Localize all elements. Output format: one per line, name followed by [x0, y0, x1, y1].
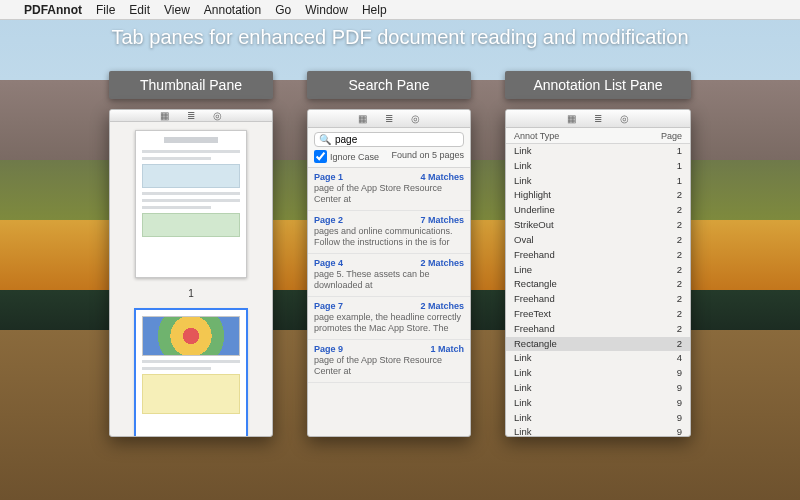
search-box[interactable]: 🔍	[314, 132, 464, 147]
annotation-row[interactable]: FreeText2	[506, 307, 690, 322]
annotation-row[interactable]: Link1	[506, 174, 690, 189]
search-results: Page 14 Matches page of the App Store Re…	[308, 168, 470, 436]
menu-view[interactable]: View	[164, 3, 190, 17]
annotation-page: 9	[677, 382, 682, 395]
annotation-page: 2	[677, 308, 682, 321]
annotation-row[interactable]: Rectangle2	[506, 277, 690, 292]
annotation-page: 2	[677, 219, 682, 232]
menubar: PDFAnnot File Edit View Annotation Go Wi…	[0, 0, 800, 20]
search-header: 🔍 Ignore Case Found on 5 pages	[308, 128, 470, 168]
annotation-type: FreeText	[514, 308, 551, 321]
menu-edit[interactable]: Edit	[129, 3, 150, 17]
list-icon[interactable]: ≣	[385, 113, 393, 124]
ignore-case-label: Ignore Case	[330, 152, 379, 162]
result-snippet: page of the App Store Resource Center at…	[314, 183, 464, 205]
annotation-type: Highlight	[514, 189, 551, 202]
app-name[interactable]: PDFAnnot	[24, 3, 82, 17]
search-result[interactable]: Page 72 Matches page example, the headli…	[308, 297, 470, 340]
thumbnail-pane-toolbar: ▦ ≣ ◎	[110, 110, 272, 122]
annotation-type: Freehand	[514, 249, 555, 262]
col-page[interactable]: Page	[661, 131, 682, 141]
list-icon[interactable]: ≣	[594, 113, 602, 124]
annotation-type: Line	[514, 264, 532, 277]
annotation-row[interactable]: Oval2	[506, 233, 690, 248]
grid-icon[interactable]: ▦	[358, 113, 367, 124]
annotation-rows: Link1Link1Link1Highlight2Underline2Strik…	[506, 144, 690, 436]
annotation-page: 2	[677, 323, 682, 336]
annotation-table-header: Annot Type Page	[506, 128, 690, 144]
result-page: Page 1	[314, 172, 343, 182]
search-result[interactable]: Page 27 Matches pages and online communi…	[308, 211, 470, 254]
result-count: 1 Match	[430, 344, 464, 354]
search-column: Search Pane ▦ ≣ ◎ 🔍 Ignore Case	[307, 71, 471, 437]
annotation-type: Link	[514, 367, 531, 380]
result-page: Page 7	[314, 301, 343, 311]
annotation-page: 2	[677, 204, 682, 217]
target-icon[interactable]: ◎	[411, 113, 420, 124]
annotation-row[interactable]: Link9	[506, 411, 690, 426]
list-icon[interactable]: ≣	[187, 110, 195, 121]
search-icon: 🔍	[319, 134, 331, 145]
thumbnail-page-2[interactable]	[135, 309, 247, 437]
annotation-pane: ▦ ≣ ◎ Annot Type Page Link1Link1Link1Hig…	[505, 109, 691, 437]
target-icon[interactable]: ◎	[620, 113, 629, 124]
thumbnail-page-1[interactable]	[135, 130, 247, 278]
annotation-type: Link	[514, 160, 531, 173]
annotation-row[interactable]: Link4	[506, 351, 690, 366]
annotation-row[interactable]: Link1	[506, 159, 690, 174]
annotation-page: 2	[677, 338, 682, 351]
annotation-type: Underline	[514, 204, 555, 217]
annotation-type: Freehand	[514, 323, 555, 336]
desktop: PDFAnnot File Edit View Annotation Go Wi…	[0, 0, 800, 500]
menu-annotation[interactable]: Annotation	[204, 3, 261, 17]
thumbnail-list: 1 2	[110, 122, 272, 437]
annotation-row[interactable]: Rectangle2	[506, 337, 690, 352]
annotation-page: 9	[677, 412, 682, 425]
result-snippet: page example, the headline correctly pro…	[314, 312, 464, 334]
annotation-page: 1	[677, 160, 682, 173]
annotation-row[interactable]: Link9	[506, 366, 690, 381]
annotation-page: 2	[677, 234, 682, 247]
search-input[interactable]	[335, 134, 462, 145]
menu-window[interactable]: Window	[305, 3, 348, 17]
menu-help[interactable]: Help	[362, 3, 387, 17]
ignore-case-checkbox[interactable]	[314, 150, 327, 163]
annotation-page: 2	[677, 278, 682, 291]
grid-icon[interactable]: ▦	[567, 113, 576, 124]
grid-icon[interactable]: ▦	[160, 110, 169, 121]
thumbnail-pane-label: Thumbnail Pane	[109, 71, 273, 99]
menu-go[interactable]: Go	[275, 3, 291, 17]
annotation-row[interactable]: Freehand2	[506, 322, 690, 337]
result-page: Page 4	[314, 258, 343, 268]
search-result[interactable]: Page 91 Match page of the App Store Reso…	[308, 340, 470, 383]
result-snippet: pages and online communications. Follow …	[314, 226, 464, 248]
annotation-pane-toolbar: ▦ ≣ ◎	[506, 110, 690, 128]
search-result[interactable]: Page 14 Matches page of the App Store Re…	[308, 168, 470, 211]
annotation-type: Link	[514, 382, 531, 395]
annotation-type: Rectangle	[514, 338, 557, 351]
annotation-page: 4	[677, 352, 682, 365]
search-result[interactable]: Page 42 Matches page 5. These assets can…	[308, 254, 470, 297]
annotation-row[interactable]: Line2	[506, 263, 690, 278]
annotation-row[interactable]: Link9	[506, 425, 690, 436]
result-count: 2 Matches	[420, 301, 464, 311]
result-count: 4 Matches	[420, 172, 464, 182]
annotation-row[interactable]: Link9	[506, 381, 690, 396]
annotation-row[interactable]: Link1	[506, 144, 690, 159]
annotation-type: Link	[514, 145, 531, 158]
target-icon[interactable]: ◎	[213, 110, 222, 121]
annotation-row[interactable]: StrikeOut2	[506, 218, 690, 233]
annotation-row[interactable]: Freehand2	[506, 292, 690, 307]
result-snippet: page of the App Store Resource Center at…	[314, 355, 464, 377]
annotation-row[interactable]: Link9	[506, 396, 690, 411]
annotation-row[interactable]: Highlight2	[506, 188, 690, 203]
annotation-page: 2	[677, 249, 682, 262]
annotation-row[interactable]: Underline2	[506, 203, 690, 218]
ignore-case-toggle[interactable]: Ignore Case	[314, 150, 379, 163]
col-annot-type[interactable]: Annot Type	[514, 131, 559, 141]
annotation-row[interactable]: Freehand2	[506, 248, 690, 263]
annotation-type: Link	[514, 397, 531, 410]
headline: Tab panes for enhanced PDF document read…	[0, 26, 800, 49]
result-page: Page 9	[314, 344, 343, 354]
menu-file[interactable]: File	[96, 3, 115, 17]
